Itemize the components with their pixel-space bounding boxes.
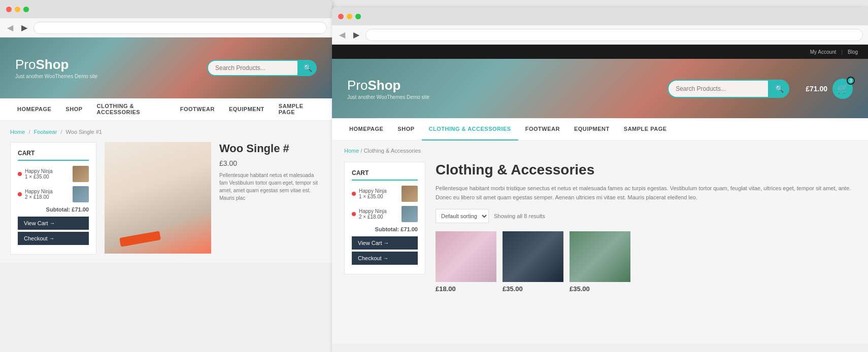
product-img-3	[570, 231, 630, 282]
search-btn-right[interactable]: 🔍	[769, 80, 789, 98]
nav-footwear-right[interactable]: FOOTWEAR	[518, 118, 567, 140]
product-img-1	[436, 231, 496, 282]
cart-item-dot-r2	[352, 212, 356, 216]
back-btn-right[interactable]: ◀	[337, 30, 347, 40]
breadcrumb-footwear-left[interactable]: Footwear	[34, 129, 57, 135]
search-input-left[interactable]	[207, 60, 298, 76]
logo-shop-left: Shop	[36, 57, 69, 72]
nav-sample-left[interactable]: SAMPLE PAGE	[272, 98, 322, 121]
breadcrumb-home-left[interactable]: Home	[10, 129, 25, 135]
cart-icon-right[interactable]: 🛒 3	[832, 79, 853, 99]
browser-left: ◀ ▶ ProShop Just another WooThemes Demo …	[0, 0, 332, 352]
product-price-1: £18.00	[436, 285, 496, 293]
product-title-left: Woo Single #	[219, 142, 322, 155]
checkout-btn-right[interactable]: Checkout →	[352, 252, 418, 265]
nav-shop-left[interactable]: SHOP	[58, 98, 89, 121]
nav-sample-right[interactable]: SAMPLE PAGE	[617, 118, 674, 140]
logo-pro-left: Pro	[15, 57, 36, 72]
hero-banner-left: ProShop Just another WooThemes Demo site…	[0, 38, 332, 98]
cart-name-r2: Happy Ninja	[359, 208, 398, 214]
breadcrumb-home-right[interactable]: Home	[344, 148, 359, 154]
cart-item-1-right: Happy Ninja 1 × £35.00	[352, 186, 418, 202]
site-content-right: My Account | Blog ProShop Just another W…	[332, 45, 868, 343]
nav-clothing-left[interactable]: CLOTHING & ACCESSORIES	[90, 98, 173, 121]
dot-green-right[interactable]	[355, 14, 361, 19]
product-col-left	[105, 142, 211, 255]
cart-item-2-left: Happy Ninja 2 × £18.00	[18, 186, 89, 202]
logo-shop-right: Shop	[368, 78, 400, 93]
cart-item-name-1: Happy Ninja	[25, 168, 70, 174]
breadcrumb-left: Home / Footwear / Woo Single #1	[10, 129, 322, 135]
dot-green-left[interactable]	[23, 7, 29, 12]
nav-bar-right: ◀ ▶	[332, 25, 868, 45]
product-card-2: £35.00	[503, 231, 563, 293]
cart-qty-r2: 2 × £18.00	[359, 214, 398, 220]
sorting-row: Default sorting Showing all 8 results	[436, 209, 856, 223]
cart-item-dot-2	[18, 192, 22, 196]
cart-total-right: £71.00	[806, 85, 827, 93]
back-btn-left[interactable]: ◀	[5, 23, 15, 32]
address-bar-right[interactable]	[365, 29, 863, 41]
nav-menu-left: HOMEPAGE SHOP CLOTHING & ACCESSORIES FOO…	[0, 98, 332, 121]
cart-widget-right: CART Happy Ninja 1 × £35.00	[344, 162, 425, 274]
product-price-left: £3.00	[219, 159, 322, 167]
cart-icon-area: 🔍 £71.00 🛒 3	[667, 79, 853, 99]
product-img-2	[503, 231, 563, 282]
dot-yellow-left[interactable]	[15, 7, 20, 12]
nav-footwear-left[interactable]: FOOTWEAR	[173, 98, 222, 121]
sort-select[interactable]: Default sorting	[436, 209, 489, 223]
blog-link[interactable]: Blog	[848, 49, 858, 55]
browser-right: ◀ ▶ My Account | Blog ProShop Just anoth…	[332, 7, 868, 352]
cart-item-qty-2: 2 × £18.00	[25, 194, 70, 200]
nav-menu-right: HOMEPAGE SHOP CLOTHING & ACCESSORIES FOO…	[332, 118, 868, 140]
breadcrumb-current-right: Clothing & Accessories	[364, 148, 421, 154]
search-area-right: 🔍	[667, 80, 789, 98]
logo-tagline-left: Just another WooThemes Demo site	[15, 74, 97, 79]
dot-red-right[interactable]	[338, 14, 344, 19]
search-box-left: 🔍	[207, 60, 317, 76]
nav-homepage-right[interactable]: HOMEPAGE	[342, 118, 390, 140]
skateboard-icon	[119, 231, 161, 247]
search-input-right[interactable]	[667, 80, 769, 98]
address-bar-left[interactable]	[34, 22, 327, 34]
cart-name-r1: Happy Ninja	[359, 188, 398, 194]
cart-item-qty-1: 1 × £35.00	[25, 174, 70, 180]
page-body-right: Home / Clothing & Accessories CART Happy…	[332, 140, 868, 343]
checkout-btn-left[interactable]: Checkout →	[18, 232, 89, 245]
category-title: Clothing & Accessories	[436, 162, 856, 178]
forward-btn-right[interactable]: ▶	[351, 30, 361, 40]
logo-pro-right: Pro	[347, 78, 368, 93]
my-account-link[interactable]: My Account	[810, 49, 837, 55]
cart-qty-r1: 1 × £35.00	[359, 194, 398, 199]
page-body-left: Home / Footwear / Woo Single #1 CART Hap…	[0, 121, 332, 263]
nav-bar-left: ◀ ▶	[0, 18, 332, 38]
cart-widget-left: CART Happy Ninja 1 × £35.00 Happy Ninja	[10, 142, 96, 255]
nav-shop-right[interactable]: SHOP	[390, 118, 421, 140]
cart-total-area: £71.00 🛒 3	[806, 79, 853, 99]
nav-equipment-right[interactable]: EQUIPMENT	[567, 118, 617, 140]
product-card-3: £35.00	[570, 231, 630, 293]
nav-clothing-right[interactable]: CLOTHING & ACCESSORIES	[422, 118, 518, 140]
titlebar-right	[332, 7, 868, 25]
cart-item-dot-1	[18, 172, 22, 176]
dot-red-left[interactable]	[6, 7, 12, 12]
nav-homepage-left[interactable]: HOMEPAGE	[10, 98, 58, 121]
site-content-left: ProShop Just another WooThemes Demo site…	[0, 38, 332, 263]
dot-yellow-right[interactable]	[347, 14, 352, 19]
cart-item-2-right: Happy Ninja 2 × £18.00	[352, 206, 418, 222]
cart-subtotal-right: Subtotal: £71.00	[352, 226, 418, 232]
nav-equipment-left[interactable]: EQUIPMENT	[222, 98, 272, 121]
view-cart-btn-right[interactable]: View Cart →	[352, 236, 418, 250]
category-desc: Pellentesque habitant morbi tristique se…	[436, 184, 856, 202]
forward-btn-left[interactable]: ▶	[19, 23, 29, 32]
breadcrumb-current-left: Woo Single #1	[66, 129, 102, 135]
cart-item-name-2: Happy Ninja	[25, 189, 70, 194]
site-logo-right: ProShop Just another WooThemes Demo site	[347, 78, 429, 100]
search-btn-left[interactable]: 🔍	[298, 60, 317, 76]
results-count: Showing all 8 results	[494, 213, 545, 219]
view-cart-btn-left[interactable]: View Cart →	[18, 217, 89, 230]
cart-badge: 3	[847, 77, 855, 85]
cart-subtotal-left: Subtotal: £71.00	[18, 206, 89, 213]
cart-title-left: CART	[18, 150, 89, 161]
right-sidebar: CART Happy Ninja 1 × £35.00	[344, 162, 425, 293]
